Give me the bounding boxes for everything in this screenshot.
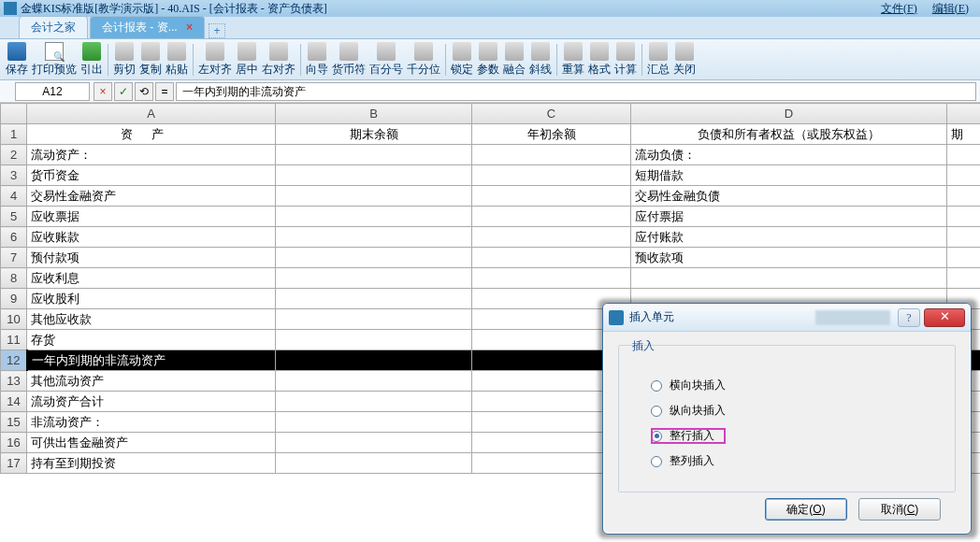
cell[interactable]: 非流动资产： xyxy=(27,412,276,433)
cell[interactable]: 资产 xyxy=(27,124,276,145)
cell[interactable] xyxy=(472,207,631,227)
export-button[interactable]: 引出 xyxy=(79,40,105,79)
cell[interactable]: 交易性金融负债 xyxy=(631,186,947,207)
cell[interactable]: 年初余额 xyxy=(472,124,631,145)
formula-wizard-button[interactable]: ⟲ xyxy=(135,82,153,101)
cell[interactable] xyxy=(276,248,472,268)
cell[interactable] xyxy=(276,350,472,371)
col-header-A[interactable]: A xyxy=(27,104,276,124)
dialog-titlebar[interactable]: 插入单元 ? ✕ xyxy=(603,304,971,332)
row-header[interactable]: 10 xyxy=(1,309,27,330)
cell[interactable] xyxy=(276,330,472,350)
cell[interactable] xyxy=(947,248,981,268)
radio-horizontal-block[interactable]: 横向块插入 xyxy=(651,378,942,393)
align-right-button[interactable]: 右对齐 xyxy=(260,40,297,79)
cancel-button[interactable]: 取消(C) xyxy=(858,498,941,521)
lock-button[interactable]: 锁定 xyxy=(449,40,475,79)
row-header[interactable]: 1 xyxy=(1,124,27,145)
align-left-button[interactable]: 左对齐 xyxy=(196,40,234,79)
cell[interactable] xyxy=(472,248,631,268)
cell[interactable]: 可供出售金融资产 xyxy=(27,433,276,453)
cell[interactable]: 应收票据 xyxy=(27,207,276,227)
cell[interactable] xyxy=(276,165,472,186)
cell[interactable]: 持有至到期投资 xyxy=(27,453,276,474)
col-header-E[interactable] xyxy=(947,104,981,124)
row-header[interactable]: 3 xyxy=(1,165,27,186)
cell[interactable]: 预付款项 xyxy=(27,248,276,268)
col-header-C[interactable]: C xyxy=(472,104,631,124)
cell[interactable] xyxy=(947,268,981,289)
cell[interactable] xyxy=(472,165,631,186)
cell[interactable] xyxy=(947,227,981,248)
row-header[interactable]: 2 xyxy=(1,145,27,165)
cell[interactable]: 流动负债： xyxy=(631,145,947,165)
summary-button[interactable]: 汇总 xyxy=(645,40,671,79)
cell[interactable] xyxy=(276,412,472,433)
cell[interactable] xyxy=(276,289,472,309)
percent-button[interactable]: 百分号 xyxy=(368,40,405,79)
tab-report-active[interactable]: 会计报表 - 资... × xyxy=(90,16,205,38)
menu-edit[interactable]: 编辑(E) xyxy=(925,1,976,17)
corner-cell[interactable] xyxy=(1,104,27,124)
dialog-close-button[interactable]: ✕ xyxy=(924,308,965,327)
close-button[interactable]: 关闭 xyxy=(671,40,698,79)
cell[interactable] xyxy=(472,145,631,165)
ok-button[interactable]: 确定(O) xyxy=(765,498,847,521)
cell[interactable]: 一年内到期的非流动资产 xyxy=(27,350,276,371)
formula-confirm-button[interactable]: ✓ xyxy=(114,82,133,101)
cell[interactable]: 流动资产合计 xyxy=(27,392,276,412)
tab-home[interactable]: 会计之家 xyxy=(19,16,88,38)
copy-button[interactable]: 复制 xyxy=(137,40,164,79)
menu-file[interactable]: 文件(F) xyxy=(873,1,925,17)
cell[interactable] xyxy=(947,207,981,227)
row-header[interactable]: 12 xyxy=(1,350,27,371)
calc-button[interactable]: 计算 xyxy=(612,40,639,79)
cell[interactable] xyxy=(947,145,981,165)
row-header[interactable]: 8 xyxy=(1,268,27,289)
cell[interactable] xyxy=(276,145,472,165)
cell[interactable]: 存货 xyxy=(27,330,276,350)
cell[interactable]: 货币资金 xyxy=(27,165,276,186)
tab-close-icon[interactable]: × xyxy=(186,21,193,34)
currency-button[interactable]: 货币符 xyxy=(330,40,368,79)
thousand-sep-button[interactable]: 千分位 xyxy=(405,40,442,79)
radio-whole-row[interactable]: 整行插入 xyxy=(651,428,942,444)
row-header[interactable]: 4 xyxy=(1,186,27,207)
align-center-button[interactable]: 居中 xyxy=(234,40,260,79)
cut-button[interactable]: 剪切 xyxy=(111,40,137,79)
row-header[interactable]: 14 xyxy=(1,392,27,412)
col-header-D[interactable]: D xyxy=(631,104,947,124)
paste-button[interactable]: 粘贴 xyxy=(164,40,190,79)
dialog-help-button[interactable]: ? xyxy=(898,308,920,327)
row-header[interactable]: 5 xyxy=(1,207,27,227)
row-header[interactable]: 6 xyxy=(1,227,27,248)
cell[interactable]: 期 xyxy=(947,124,981,145)
cell[interactable] xyxy=(276,186,472,207)
row-header[interactable]: 13 xyxy=(1,371,27,392)
cell[interactable]: 应付票据 xyxy=(631,207,947,227)
cell[interactable] xyxy=(276,453,472,474)
cell[interactable] xyxy=(472,227,631,248)
cell[interactable]: 应收账款 xyxy=(27,227,276,248)
row-header[interactable]: 15 xyxy=(1,412,27,433)
cell[interactable]: 应收利息 xyxy=(27,268,276,289)
cell[interactable] xyxy=(947,186,981,207)
cell[interactable] xyxy=(276,309,472,330)
cell[interactable]: 应收股利 xyxy=(27,289,276,309)
formula-input[interactable]: 一年内到期的非流动资产 xyxy=(176,82,976,101)
cell[interactable]: 应付账款 xyxy=(631,227,947,248)
formula-cancel-button[interactable]: × xyxy=(94,82,112,101)
print-preview-button[interactable]: 打印预览 xyxy=(30,40,79,79)
recalc-button[interactable]: 重算 xyxy=(560,40,586,79)
col-header-B[interactable]: B xyxy=(276,104,472,124)
cell-reference-box[interactable]: A12 xyxy=(15,82,90,101)
cell[interactable]: 交易性金融资产 xyxy=(27,186,276,207)
cell[interactable] xyxy=(276,433,472,453)
formula-equals-button[interactable]: = xyxy=(155,82,174,101)
row-header[interactable]: 17 xyxy=(1,453,27,474)
wizard-button[interactable]: 向导 xyxy=(304,40,330,79)
diagonal-line-button[interactable]: 斜线 xyxy=(527,40,554,79)
row-header[interactable]: 16 xyxy=(1,433,27,453)
cell[interactable]: 预收款项 xyxy=(631,248,947,268)
cell[interactable] xyxy=(276,207,472,227)
